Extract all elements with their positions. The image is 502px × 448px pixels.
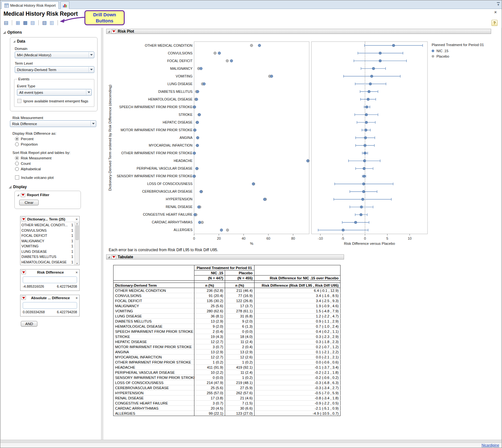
category-label[interactable]: LOSS OF CONSCIOUSNESS	[147, 182, 192, 186]
category-label[interactable]: STROKE	[178, 113, 192, 116]
table-cell[interactable]: -0.9 (-2.2 , 0.5)	[255, 401, 341, 406]
data-table-icon[interactable]: ▦	[15, 20, 21, 26]
radio-risk-measurement[interactable]: Risk Measurement	[15, 156, 101, 160]
red-triangle-menu-icon[interactable]	[21, 217, 26, 221]
nic-marker[interactable]	[198, 221, 201, 224]
table-cell[interactable]: STROKE	[114, 334, 194, 339]
table-cell[interactable]: 0.9 (-1.1 , 2.9)	[255, 319, 341, 324]
table-cell[interactable]: -0.3 (-6.8 , 6.3)	[255, 380, 341, 385]
risk-diff-marker[interactable]	[362, 183, 365, 185]
nic-marker[interactable]	[270, 75, 273, 77]
percent-plot-panel[interactable]	[194, 42, 309, 234]
nic-marker[interactable]	[196, 121, 199, 124]
risk-diff-marker[interactable]	[360, 213, 362, 216]
category-label[interactable]: CEREBROVASCULAR DISEASE	[142, 189, 192, 193]
nic-marker[interactable]	[263, 198, 266, 201]
category-label[interactable]: CARDIAC ARRHYTHMIAS	[152, 220, 192, 224]
risk-diff-marker[interactable]	[360, 206, 363, 208]
table-row[interactable]: SENSORY IMPAIRMENT FROM PRIOR STROKE0 (0…	[114, 375, 341, 380]
risk-diff-marker[interactable]	[365, 121, 368, 124]
table-row[interactable]: MYOCARDIAL INFARCTION12 (2.7)12 (2.6)0.0…	[114, 355, 341, 360]
table-row[interactable]: CARDIAC ARRHYTHMIAS20 (4.5)30 (6.6)-2.1 …	[114, 406, 341, 411]
category-label[interactable]: HYPERTENSION	[166, 197, 192, 201]
data-tables-icon[interactable]: ▩	[22, 20, 28, 26]
nic-marker[interactable]	[195, 98, 198, 100]
table-cell[interactable]: 7 (1.5)	[225, 401, 255, 406]
nic-marker[interactable]	[203, 83, 205, 85]
table-row[interactable]: HEMATOLOGICAL DISEASE9 (2.0)6 (1.3)0.7 (…	[114, 324, 341, 329]
table-cell[interactable]: CONGESTIVE HEART FAILURE	[114, 401, 194, 406]
risk-diff-marker[interactable]	[342, 229, 344, 231]
help-button[interactable]: ?	[491, 20, 498, 26]
table-cell[interactable]: -0.3 (-3.4 , 2.7)	[255, 385, 341, 390]
nic-marker[interactable]	[252, 183, 255, 185]
filter-term-item[interactable]: LUNG DISEASE1	[20, 249, 75, 254]
table-cell[interactable]: 0.0 (-0.6 , 0.6)	[255, 360, 341, 365]
risk-diff-marker[interactable]	[365, 113, 368, 116]
table-cell[interactable]: 19 (4.3)	[194, 334, 225, 339]
nic-marker[interactable]	[193, 175, 195, 178]
placebo-marker[interactable]	[226, 60, 229, 62]
risk-diff-marker[interactable]	[392, 44, 395, 47]
radio-proportion[interactable]: Proportion	[15, 142, 101, 146]
filter-term-item[interactable]: VOMITING1	[20, 244, 75, 249]
table-row[interactable]: CONVULSIONS91 (20.4)77 (16.9)3.4 (-1.6 ,…	[114, 293, 341, 298]
nic-marker[interactable]	[193, 152, 196, 154]
domain-select[interactable]: MH (Medical History)	[15, 52, 94, 58]
tabulate-header-bar[interactable]: Tabulate	[106, 254, 344, 260]
table-cell[interactable]: 36 (8.1)	[194, 314, 225, 319]
report-icon[interactable]: ▤	[3, 20, 9, 26]
legend-item-placebo[interactable]: Placebo	[432, 54, 501, 58]
table-cell[interactable]: 3 (0.7)	[194, 401, 225, 406]
nic-marker[interactable]	[196, 144, 199, 147]
scroll-down-icon[interactable]: ▼	[76, 262, 78, 265]
table-cell[interactable]: 91 (20.4)	[194, 293, 225, 298]
table-cell[interactable]: 17 (3.8)	[194, 396, 225, 401]
table-row[interactable]: HEPATIC DISEASE12 (2.7)11 (2.4)0.3 (-1.8…	[114, 339, 341, 344]
nic-marker[interactable]	[195, 167, 198, 170]
nic-marker[interactable]	[194, 213, 196, 216]
table-cell[interactable]: 1 (0.2)	[225, 375, 255, 380]
category-label[interactable]: HEADACHE	[174, 159, 192, 163]
risk-diff-marker[interactable]	[364, 137, 367, 139]
red-triangle-menu-icon[interactable]	[112, 29, 116, 34]
table-row[interactable]: OTHER MEDICAL CONDITION236 (52.8)211 (46…	[114, 288, 341, 293]
table-cell[interactable]: 25 (5.6)	[194, 385, 225, 390]
table-row[interactable]: ANGINA13 (2.9)13 (2.9)0.1 (-2.1 , 2.2)	[114, 349, 341, 355]
table-cell[interactable]: 25 (5.6)	[194, 303, 225, 308]
table-row[interactable]: HYPERTENSION255 (57.0)262 (57.6)-0.5 (-7…	[114, 390, 341, 396]
table-cell[interactable]: SPEECH IMPAIRMENT FROM PRIOR STROKE	[114, 329, 194, 334]
table-cell[interactable]: 9 (2.0)	[194, 324, 225, 329]
nic-marker[interactable]	[220, 229, 223, 231]
category-label[interactable]: PERIPHERAL VASCULAR DISEASE	[137, 166, 192, 170]
close-filter-icon[interactable]: ×	[75, 270, 78, 274]
nic-marker[interactable]	[198, 206, 200, 208]
risk-diff-marker[interactable]	[365, 129, 367, 131]
radio-count[interactable]: Count	[15, 162, 101, 165]
red-triangle-menu-icon[interactable]	[21, 193, 25, 197]
table-cell[interactable]: PERIPHERAL VASCULAR DISEASE	[114, 370, 194, 375]
placebo-marker[interactable]	[250, 44, 253, 47]
category-label[interactable]: LUNG DISEASE	[168, 82, 192, 86]
nic-marker[interactable]	[218, 52, 221, 54]
table-cell[interactable]: RENAL DISEASE	[114, 396, 194, 401]
placebo-marker[interactable]	[226, 229, 229, 231]
table-cell[interactable]: 20 (4.5)	[194, 406, 225, 411]
checkbox-icon[interactable]	[17, 99, 21, 103]
table-cell[interactable]: -0.8 (-3.4 , 1.8)	[255, 396, 341, 401]
risk-diff-marker[interactable]	[369, 83, 372, 85]
table-cell[interactable]: 21 (4.6)	[225, 396, 255, 401]
scrollbar-thumb[interactable]	[75, 225, 79, 240]
table-row[interactable]: CONGESTIVE HEART FAILURE3 (0.7)7 (1.5)-0…	[114, 401, 341, 406]
table-row[interactable]: VOMITING280 (62.6)278 (61.1)1.5 (-4.8 , …	[114, 308, 341, 314]
table-row[interactable]: HEADACHE411 (91.9)419 (92.1)-0.1 (-3.7 ,…	[114, 365, 341, 370]
event-type-select[interactable]: All event types	[17, 89, 92, 96]
table-cell[interactable]: 0.1 (-2.1 , 2.2)	[255, 349, 341, 355]
category-label[interactable]: MOTOR IMPAIRMENT FROM PRIOR STROKE	[121, 128, 192, 132]
term-level-select[interactable]: Dictionary-Derived Term	[15, 66, 94, 73]
risk-diff-marker[interactable]	[368, 90, 370, 93]
table-cell[interactable]: 13 (2.9)	[194, 319, 225, 324]
table-cell[interactable]: CONVULSIONS	[114, 293, 194, 298]
risk-diff-marker[interactable]	[363, 160, 366, 162]
table-cell[interactable]: 12 (2.6)	[225, 355, 255, 360]
